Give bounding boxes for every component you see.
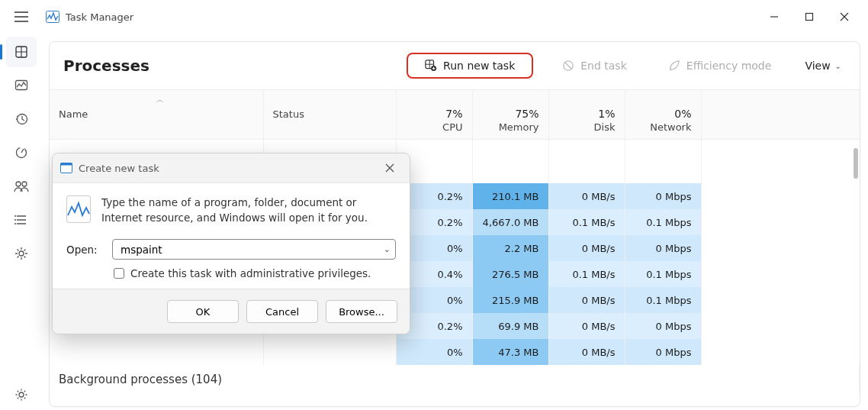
cell-memory: 69.9 MB xyxy=(472,313,548,339)
cell-network: 0 Mbps xyxy=(625,339,701,365)
performance-icon xyxy=(14,79,28,92)
cell-network: 0 Mbps xyxy=(625,235,701,261)
cancel-button[interactable]: Cancel xyxy=(246,300,318,323)
cell-network: 0.1 Mbps xyxy=(625,261,701,287)
app-title: Task Manager xyxy=(66,11,133,23)
dialog-close-button[interactable] xyxy=(378,157,402,179)
browse-button[interactable]: Browse... xyxy=(326,300,397,323)
cell-memory: 47.3 MB xyxy=(472,339,548,365)
end-task-label: End task xyxy=(580,60,627,72)
window-controls xyxy=(757,5,862,29)
column-header-network[interactable]: 0%Network xyxy=(625,90,701,139)
end-task-icon xyxy=(562,60,574,72)
scrollbar[interactable] xyxy=(854,148,858,179)
svg-point-8 xyxy=(14,215,16,217)
cell-disk: 0 MB/s xyxy=(548,183,625,209)
cell-network: 0 Mbps xyxy=(625,183,701,209)
run-dialog-icon xyxy=(60,163,72,173)
view-label: View xyxy=(805,60,830,72)
cell-network: 0.1 Mbps xyxy=(625,287,701,313)
cell-disk: 0 MB/s xyxy=(548,313,625,339)
admin-checkbox-label: Create this task with administrative pri… xyxy=(130,267,371,279)
sidebar-item-performance[interactable] xyxy=(6,70,37,101)
view-button[interactable]: View ⌄ xyxy=(800,55,846,76)
chevron-down-icon: ⌄ xyxy=(835,62,841,70)
sort-indicator-icon: ︿ xyxy=(156,95,164,105)
close-window-button[interactable] xyxy=(827,5,862,29)
users-icon xyxy=(14,179,29,193)
sidebar-item-users[interactable] xyxy=(6,171,37,202)
cell-disk: 0 MB/s xyxy=(548,235,625,261)
cell-status xyxy=(263,339,396,365)
sidebar-item-startup[interactable] xyxy=(6,137,37,168)
sidebar-item-details[interactable] xyxy=(6,205,37,235)
column-header-status[interactable]: Status xyxy=(263,90,396,139)
cell-network: 0.1 Mbps xyxy=(625,209,701,235)
cell-disk: 0 MB/s xyxy=(548,339,625,365)
cell-cpu: 0% xyxy=(396,339,472,365)
sidebar-item-app-history[interactable] xyxy=(6,104,37,134)
open-input[interactable] xyxy=(119,243,384,257)
close-icon xyxy=(385,163,394,173)
efficiency-mode-button[interactable]: Efficiency mode xyxy=(656,53,784,78)
open-combobox[interactable]: ⌄ xyxy=(112,239,396,260)
group-background-processes[interactable]: Background processes (104) xyxy=(50,365,860,394)
minimize-button[interactable] xyxy=(757,5,792,29)
ok-button[interactable]: OK xyxy=(167,300,239,323)
cell-memory: 2.2 MB xyxy=(472,235,548,261)
svg-point-12 xyxy=(19,392,24,397)
sidebar xyxy=(0,34,43,410)
startup-icon xyxy=(14,146,28,160)
end-task-button[interactable]: End task xyxy=(550,53,639,78)
table-row[interactable]: 0%47.3 MB0 MB/s0 Mbps xyxy=(50,339,860,365)
svg-point-7 xyxy=(22,182,27,186)
svg-rect-17 xyxy=(61,163,72,166)
column-header-cpu[interactable]: 7%CPU xyxy=(396,90,472,139)
hamburger-button[interactable] xyxy=(6,2,37,32)
cell-network: 0 Mbps xyxy=(625,313,701,339)
page-title: Processes xyxy=(63,56,149,75)
column-header-disk[interactable]: 1%Disk xyxy=(548,90,625,139)
processes-icon xyxy=(14,45,28,59)
efficiency-mode-label: Efficiency mode xyxy=(686,60,772,72)
cell-name xyxy=(50,339,263,365)
svg-point-6 xyxy=(16,182,21,186)
cell-memory: 210.1 MB xyxy=(472,183,548,209)
maximize-button[interactable] xyxy=(792,5,827,29)
dialog-title: Create new task xyxy=(79,163,159,174)
details-icon xyxy=(14,213,28,227)
cell-disk: 0.1 MB/s xyxy=(548,261,625,287)
hamburger-icon xyxy=(14,11,28,22)
create-new-task-dialog: Create new task Type the name of a progr… xyxy=(52,153,410,334)
run-new-task-button[interactable]: Run new task xyxy=(407,53,533,79)
chevron-down-icon: ⌄ xyxy=(384,244,391,254)
run-task-icon xyxy=(425,60,437,72)
run-new-task-label: Run new task xyxy=(443,60,515,72)
svg-rect-1 xyxy=(806,14,813,21)
history-icon xyxy=(14,112,28,126)
sidebar-item-processes[interactable] xyxy=(6,37,37,67)
svg-point-11 xyxy=(19,251,24,256)
svg-point-10 xyxy=(14,223,16,224)
sidebar-item-services[interactable] xyxy=(6,238,37,269)
cell-memory: 215.9 MB xyxy=(472,287,548,313)
gear-icon xyxy=(14,388,28,402)
app-icon xyxy=(46,11,59,23)
open-label: Open: xyxy=(66,244,101,256)
svg-point-9 xyxy=(14,219,16,221)
leaf-icon xyxy=(668,60,680,72)
cell-disk: 0 MB/s xyxy=(548,287,625,313)
admin-checkbox[interactable] xyxy=(114,268,124,279)
column-header-memory[interactable]: 75%Memory xyxy=(472,90,548,139)
dialog-message: Type the name of a program, folder, docu… xyxy=(101,195,396,225)
cell-memory: 4,667.0 MB xyxy=(472,209,548,235)
cell-disk: 0.1 MB/s xyxy=(548,209,625,235)
titlebar: Task Manager xyxy=(0,0,868,34)
services-icon xyxy=(14,247,28,260)
sidebar-item-settings[interactable] xyxy=(6,379,37,410)
dialog-app-icon xyxy=(66,195,91,223)
cell-memory: 276.5 MB xyxy=(472,261,548,287)
